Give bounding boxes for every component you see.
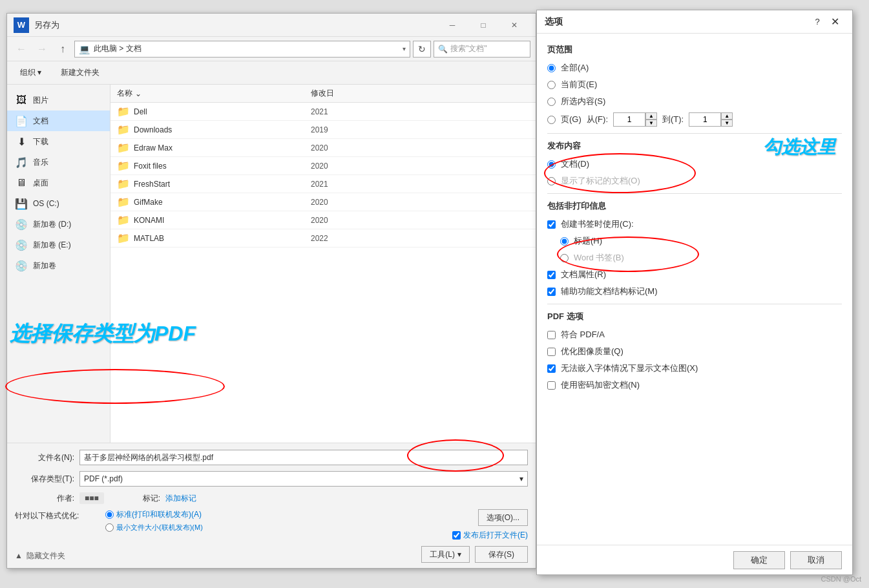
dialog-title: 另存为 [34, 19, 59, 31]
save-button[interactable]: 保存(S) [475, 546, 528, 563]
address-bar[interactable]: 💻 此电脑 > 文档 ▾ [74, 41, 410, 58]
table-row[interactable]: 📁 MATLAB 2022 [110, 229, 536, 247]
os-c-icon: 💾 [15, 197, 28, 210]
file-list: 名称 ⌄ 修改日 📁 Dell 2021 📁 Downloads 2019 [110, 85, 536, 443]
to-down[interactable]: ▼ [721, 120, 733, 127]
publish-document[interactable]: 文档(D) [547, 158, 842, 170]
sidebar-item-desktop[interactable]: 🖥 桌面 [7, 173, 110, 193]
sidebar-item-downloads[interactable]: ⬇ 下载 [7, 131, 110, 152]
up-button[interactable]: ↑ [54, 40, 72, 58]
filename-input[interactable] [79, 450, 528, 465]
table-row[interactable]: 📁 Foxit files 2020 [110, 157, 536, 175]
word-icon: W [14, 17, 29, 33]
sidebar-item-os-c[interactable]: 💾 OS (C:) [7, 193, 110, 214]
file-name: Edraw Max [134, 143, 173, 152]
doc-properties[interactable]: 文档属性(R) [547, 269, 842, 280]
search-bar[interactable]: 🔍 搜索"文档" [434, 41, 530, 58]
publish-content-section: 发布内容 文档(D) 显示了标记的文档(O) 勾选这里 [547, 140, 842, 187]
optimize-images-option[interactable]: 优化图像质量(Q) [547, 346, 842, 357]
file-name: GifMake [134, 198, 163, 207]
heading-option[interactable]: 标题(H) [547, 235, 842, 247]
downloads-icon: ⬇ [15, 135, 28, 148]
pdf-a-option[interactable]: 符合 PDF/A [547, 329, 842, 341]
file-name-cell: 📁 GifMake [110, 196, 304, 208]
page-range-current[interactable]: 当前页(E) [547, 79, 842, 90]
filetype-row: 保存类型(T): PDF (*.pdf) ▾ [15, 470, 528, 487]
file-name: FreshStart [134, 180, 170, 189]
music-icon: 🎵 [15, 156, 28, 169]
hide-folder[interactable]: ▲ 隐藏文件夹 [15, 551, 65, 562]
sidebar-label-music: 音乐 [33, 157, 48, 168]
options-button[interactable]: 选项(O)... [478, 509, 528, 526]
open-after-publish[interactable]: 发布后打开文件(E) [452, 530, 528, 541]
divider3 [547, 304, 842, 304]
new-folder-button[interactable]: 新建文件夹 [54, 65, 106, 81]
minimize-button[interactable]: ─ [437, 16, 467, 34]
close-button[interactable]: ✕ [499, 16, 529, 34]
file-date-cell: 2022 [304, 234, 536, 243]
file-date-cell: 2019 [304, 125, 536, 134]
sidebar-label-os-c: OS (C:) [33, 199, 59, 208]
sort-icon: ⌄ [135, 89, 141, 98]
file-date-cell: 2021 [304, 180, 536, 189]
back-button[interactable]: ← [12, 40, 30, 58]
page-range-title: 页范围 [547, 44, 842, 56]
tools-button[interactable]: 工具(L) ▾ [421, 546, 470, 563]
no-embed-option[interactable]: 无法嵌入字体情况下显示文本位图(X) [547, 362, 842, 374]
from-up[interactable]: ▲ [645, 112, 657, 120]
sidebar-item-d-drive[interactable]: 💿 新加卷 (D:) [7, 214, 110, 235]
folder-icon: 📁 [117, 214, 130, 226]
doc-structure[interactable]: 辅助功能文档结构标记(M) [547, 286, 842, 297]
standard-option[interactable]: 标准(打印和联机发布)(A) [105, 509, 203, 520]
page-range-selection[interactable]: 所选内容(S) [547, 96, 842, 107]
sidebar-item-pictures[interactable]: 🖼 图片 [7, 90, 110, 110]
from-spinbox[interactable]: ▲ ▼ [613, 112, 657, 127]
file-date-cell: 2020 [304, 198, 536, 207]
d-drive-icon: 💿 [15, 218, 28, 231]
options-dialog: 选项 ? ✕ 页范围 全部(A) 当前页(E) 所选内容(S) 页(G) 从(F… [536, 10, 853, 575]
help-button[interactable]: ? [810, 17, 825, 26]
hide-folder-icon: ▲ [15, 551, 23, 560]
file-date-cell: 2020 [304, 162, 536, 171]
organize-button[interactable]: 组织 ▾ [14, 65, 48, 81]
folder-icon: 📁 [117, 196, 130, 208]
table-row[interactable]: 📁 FreshStart 2021 [110, 175, 536, 193]
ok-button[interactable]: 确定 [733, 551, 785, 569]
add-tag-link[interactable]: 添加标记 [165, 493, 196, 504]
word-bookmark-option[interactable]: Word 书签(B) [547, 252, 842, 264]
file-date-cell: 2020 [304, 143, 536, 152]
page-range-pages-row: 页(G) 从(F): ▲ ▼ 到(T): ▲ ▼ [547, 112, 842, 127]
table-row[interactable]: 📁 KONAMI 2020 [110, 211, 536, 229]
sidebar-item-network[interactable]: 💿 新加卷 [7, 255, 110, 276]
options-close-button[interactable]: ✕ [825, 13, 844, 31]
table-row[interactable]: 📁 Dell 2021 [110, 103, 536, 121]
sidebar-label-downloads: 下载 [33, 136, 48, 147]
file-name: Foxit files [134, 162, 167, 171]
toolbar: 组织 ▾ 新建文件夹 [7, 61, 536, 85]
create-bookmark[interactable]: 创建书签时使用(C): [547, 218, 842, 230]
file-name: MATLAB [134, 234, 164, 243]
from-down[interactable]: ▼ [645, 120, 657, 127]
sidebar-item-e-drive[interactable]: 💿 新加卷 (E:) [7, 235, 110, 255]
table-row[interactable]: 📁 GifMake 2020 [110, 193, 536, 211]
encrypt-option[interactable]: 使用密码加密文档(N) [547, 379, 842, 391]
filetype-label: 保存类型(T): [15, 474, 79, 485]
refresh-button[interactable]: ↻ [413, 41, 431, 58]
page-range-all[interactable]: 全部(A) [547, 62, 842, 74]
forward-button[interactable]: → [33, 40, 51, 58]
sidebar-item-music[interactable]: 🎵 音乐 [7, 152, 110, 173]
folder-icon: 📁 [117, 178, 130, 190]
publish-marked[interactable]: 显示了标记的文档(O) [547, 175, 842, 187]
table-row[interactable]: 📁 Edraw Max 2020 [110, 139, 536, 157]
table-row[interactable]: 📁 Downloads 2019 [110, 121, 536, 139]
cancel-button[interactable]: 取消 [790, 551, 842, 569]
non-print-title: 包括非打印信息 [547, 200, 842, 212]
dialog-bottom: 文件名(N): 保存类型(T): PDF (*.pdf) ▾ 作者: ■■■ 标… [7, 443, 536, 568]
file-date-cell: 2020 [304, 216, 536, 225]
to-up[interactable]: ▲ [721, 112, 733, 120]
filetype-select[interactable]: PDF (*.pdf) ▾ [79, 471, 528, 487]
min-size-option[interactable]: 最小文件大小(联机发布)(M) [105, 523, 203, 532]
to-spinbox[interactable]: ▲ ▼ [689, 112, 733, 127]
sidebar-item-documents[interactable]: 📄 文档 [7, 110, 110, 131]
maximize-button[interactable]: □ [468, 16, 498, 34]
